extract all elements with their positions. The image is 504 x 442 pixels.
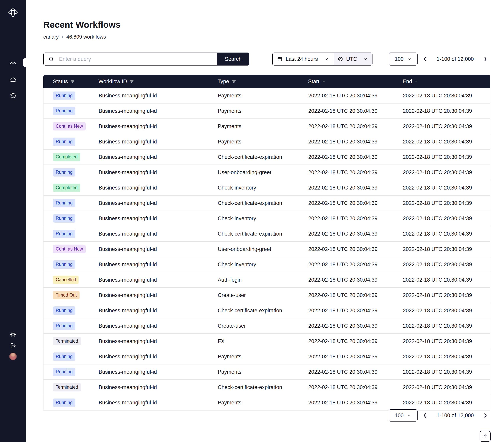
status-badge: Running [53, 322, 75, 330]
cell-type: Auth-login [218, 277, 308, 283]
cell-status: Running [53, 368, 75, 376]
table-row[interactable]: RunningBusiness-meangingful-idPayments20… [43, 364, 490, 380]
filter-lines-icon [232, 80, 236, 83]
cell-start: 2022-02-18 UTC 20:30:04:39 [308, 369, 403, 375]
table-row[interactable]: RunningBusiness-meangingful-idPayments20… [43, 104, 490, 119]
chevron-down-icon [407, 57, 412, 61]
cell-end: 2022-02-18 UTC 20:30:04:39 [403, 215, 490, 222]
calendar-icon [277, 56, 283, 62]
cell-start: 2022-02-18 UTC 20:30:04:39 [308, 139, 403, 145]
cell-start: 2022-02-18 UTC 20:30:04:39 [308, 277, 403, 283]
table-row[interactable]: RunningBusiness-meangingful-idPayments20… [43, 88, 490, 104]
table-row[interactable]: Cont. as NewBusiness-meangingful-idUser-… [43, 242, 490, 257]
cell-end: 2022-02-18 UTC 20:30:04:39 [403, 93, 490, 99]
per-page-select[interactable]: 100 [389, 409, 417, 422]
cell-start: 2022-02-18 UTC 20:30:04:39 [308, 384, 403, 390]
search-button[interactable]: Search [217, 53, 249, 66]
cell-type: User-onboarding-greet [218, 246, 308, 252]
table-row[interactable]: RunningBusiness-meangingful-idCheck-cert… [43, 196, 490, 211]
cell-status: Cancelled [53, 276, 79, 284]
temporal-logo[interactable] [8, 7, 18, 18]
status-badge: Running [53, 199, 75, 207]
cell-type: Check-certificate-expiration [218, 308, 308, 314]
column-header-end[interactable]: End [403, 79, 490, 85]
cell-status: Completed [53, 184, 80, 192]
cell-start: 2022-02-18 UTC 20:30:04:39 [308, 262, 403, 268]
user-avatar[interactable] [9, 353, 17, 360]
column-label: Start [308, 79, 319, 85]
table-row[interactable]: RunningBusiness-meangingful-idCheck-cert… [43, 226, 490, 242]
column-header-start[interactable]: Start [308, 79, 403, 85]
table-row[interactable]: RunningBusiness-meangingful-idUser-onboa… [43, 165, 490, 180]
cell-status: Timed Out [53, 291, 80, 299]
table-body: RunningBusiness-meangingful-idPayments20… [43, 88, 490, 410]
filter-lines-icon [129, 80, 134, 83]
chevron-down-icon [407, 413, 412, 418]
cell-type: Check-certificate-expiration [218, 154, 308, 160]
cell-status: Running [53, 138, 75, 146]
column-header-type[interactable]: Type [217, 79, 308, 85]
table-row[interactable]: TerminatedBusiness-meangingful-idFX2022-… [43, 334, 490, 349]
table-row[interactable]: RunningBusiness-meangingful-idPayments20… [43, 395, 490, 410]
history-icon[interactable] [10, 92, 16, 99]
cell-workflow-id: Business-meangingful-id [99, 200, 218, 206]
table-row[interactable]: Cont. as NewBusiness-meangingful-idPayme… [43, 119, 490, 134]
cell-status: Running [53, 260, 75, 269]
cell-type: Payments [218, 139, 308, 145]
settings-gear-icon[interactable] [10, 331, 16, 338]
timezone-dropdown[interactable]: UTC [333, 53, 372, 65]
sidebar [0, 0, 26, 442]
table-row[interactable]: RunningBusiness-meangingful-idCreate-use… [43, 318, 490, 334]
table-row[interactable]: RunningBusiness-meangingful-idPayments20… [43, 134, 490, 150]
cloud-icon[interactable] [9, 76, 17, 82]
cell-type: Check-certificate-expiration [218, 384, 308, 390]
status-badge: Running [53, 368, 75, 376]
cell-type: Payments [218, 369, 308, 375]
namespace-name: canary [43, 34, 59, 40]
next-page-button[interactable] [482, 55, 489, 63]
cell-workflow-id: Business-meangingful-id [99, 215, 218, 222]
cell-start: 2022-02-18 UTC 20:30:04:39 [308, 231, 403, 237]
per-page-select[interactable]: 100 [389, 53, 417, 66]
cell-type: Create-user [218, 323, 308, 329]
cell-workflow-id: Business-meangingful-id [99, 277, 218, 283]
status-badge: Timed Out [53, 291, 80, 299]
table-row[interactable]: Timed OutBusiness-meangingful-idCreate-u… [43, 288, 490, 303]
table-row[interactable]: RunningBusiness-meangingful-idCheck-cert… [43, 303, 490, 318]
cell-end: 2022-02-18 UTC 20:30:04:39 [403, 292, 490, 298]
cell-status: Cont. as New [53, 122, 86, 130]
table-row[interactable]: TerminatedBusiness-meangingful-idCheck-c… [43, 380, 490, 395]
column-header-status[interactable]: Status [53, 79, 98, 85]
cell-start: 2022-02-18 UTC 20:30:04:39 [308, 169, 403, 176]
cell-status: Running [53, 168, 75, 177]
pagination-range: 1-100 of 12,000 [436, 412, 474, 419]
table-row[interactable]: CompletedBusiness-meangingful-idCheck-in… [43, 180, 490, 196]
cell-workflow-id: Business-meangingful-id [99, 354, 218, 360]
activity-icon[interactable] [10, 60, 16, 65]
cell-end: 2022-02-18 UTC 20:30:04:39 [403, 185, 490, 191]
cell-workflow-id: Business-meangingful-id [99, 246, 218, 252]
cell-end: 2022-02-18 UTC 20:30:04:39 [403, 231, 490, 237]
scroll-to-top-button[interactable] [480, 431, 491, 442]
column-header-workflow-id[interactable]: Workflow ID [98, 79, 217, 85]
status-badge: Cont. as New [53, 122, 86, 130]
table-row[interactable]: CompletedBusiness-meangingful-idCheck-ce… [43, 150, 490, 165]
cell-end: 2022-02-18 UTC 20:30:04:39 [403, 200, 490, 206]
table-row[interactable]: RunningBusiness-meangingful-idCheck-inve… [43, 257, 490, 272]
cell-type: Check-certificate-expiration [218, 200, 308, 206]
cell-status: Terminated [53, 337, 81, 345]
time-range-dropdown[interactable]: Last 24 hours [273, 53, 333, 65]
prev-page-button[interactable] [421, 411, 428, 419]
cell-type: Payments [218, 354, 308, 360]
logout-icon[interactable] [10, 343, 16, 349]
table-row[interactable]: RunningBusiness-meangingful-idCheck-inve… [43, 211, 490, 226]
cell-end: 2022-02-18 UTC 20:30:04:39 [403, 369, 490, 375]
prev-page-button[interactable] [421, 55, 428, 63]
next-page-button[interactable] [482, 411, 489, 419]
table-row[interactable]: CancelledBusiness-meangingful-idAuth-log… [43, 272, 490, 288]
cell-workflow-id: Business-meangingful-id [99, 400, 218, 406]
table-row[interactable]: RunningBusiness-meangingful-idPayments20… [43, 349, 490, 364]
status-badge: Running [53, 306, 75, 315]
pagination: 1-100 of 12,000 [421, 53, 489, 66]
cell-status: Running [53, 107, 75, 115]
